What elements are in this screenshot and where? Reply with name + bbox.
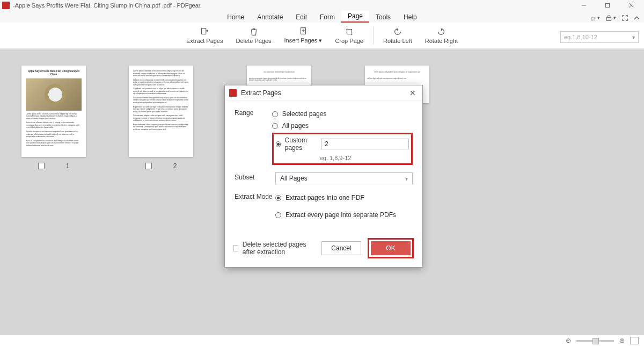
radio-selected-pages-label: Selected pages (282, 110, 327, 118)
delete-after-label: Delete selected pages after extraction (243, 241, 315, 256)
dialog-header: Extract Pages ✕ (225, 85, 422, 100)
range-label: Range (235, 108, 272, 117)
custom-pages-input[interactable] (321, 139, 409, 149)
modal-overlay: Extract Pages ✕ Range Selected pages All… (0, 0, 644, 346)
app-icon (229, 89, 237, 97)
ok-highlight: OK (368, 238, 414, 258)
radio-all-pages[interactable] (272, 123, 278, 129)
mode-label: Extract Mode (235, 192, 275, 200)
dialog-title: Extract Pages (241, 89, 407, 97)
custom-pages-hint: eg. 1,8,9-12 (320, 155, 409, 161)
radio-selected-pages[interactable] (272, 111, 278, 117)
chevron-down-icon: ▾ (405, 176, 408, 182)
custom-pages-highlight: Custom pages eg. 1,8,9-12 (272, 133, 413, 165)
ok-button[interactable]: OK (371, 241, 411, 255)
delete-after-checkbox[interactable] (233, 245, 238, 251)
subset-dropdown[interactable]: All Pages ▾ (275, 172, 413, 184)
radio-all-pages-label: All pages (282, 122, 309, 129)
extract-pages-dialog: Extract Pages ✕ Range Selected pages All… (224, 85, 423, 268)
subset-label: Subset (235, 172, 275, 181)
cancel-button[interactable]: Cancel (321, 241, 361, 255)
radio-mode-separate[interactable] (275, 212, 281, 218)
subset-value: All Pages (280, 175, 308, 182)
radio-mode-one[interactable] (275, 195, 281, 201)
zoom-slider[interactable] (576, 340, 614, 342)
radio-custom-pages[interactable] (276, 141, 281, 147)
zoom-out-icon[interactable]: ⊖ (566, 337, 571, 344)
close-icon[interactable]: ✕ (407, 89, 418, 97)
radio-custom-pages-label: Custom pages (285, 136, 317, 152)
zoom-in-icon[interactable]: ⊕ (619, 337, 625, 344)
view-mode-button[interactable] (630, 337, 639, 344)
radio-mode-separate-label: Extract every page into separate PDFs (286, 211, 396, 219)
radio-mode-one-label: Extract pages into one PDF (286, 194, 364, 201)
status-bar: ⊖ ⊕ (0, 335, 644, 346)
